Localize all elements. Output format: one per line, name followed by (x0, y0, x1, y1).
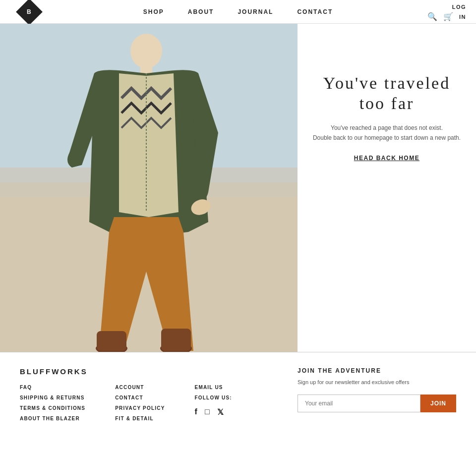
footer-col-2: ACCOUNT CONTACT PRIVACY POLICY FIT & DET… (115, 385, 165, 426)
error-title: You've traveled too far (307, 73, 466, 114)
nav-about[interactable]: ABOUT (188, 8, 214, 15)
footer-columns: FAQ SHIPPING & RETURNS TERMS & CONDITION… (20, 385, 298, 426)
hero-svg (0, 24, 298, 352)
svg-rect-8 (161, 329, 191, 351)
logo-letter: B (27, 8, 32, 15)
cart-button[interactable]: 🛒 (443, 12, 453, 21)
footer-link-fit[interactable]: FIT & DETAIL (115, 416, 165, 421)
footer-link-terms[interactable]: TERMS & CONDITIONS (20, 405, 85, 411)
facebook-icon[interactable]: f (195, 407, 198, 417)
main-nav: SHOP ABOUT JOURNAL CONTACT (143, 8, 333, 15)
log-in-link[interactable]: LOG (452, 4, 466, 10)
footer-right: JOIN THE ADVENTURE Sign up for our newsl… (298, 367, 456, 426)
nav-journal[interactable]: JOURNAL (238, 8, 273, 15)
search-button[interactable]: 🔍 (427, 12, 437, 21)
footer-link-account[interactable]: ACCOUNT (115, 385, 165, 390)
footer-link-privacy[interactable]: PRIVACY POLICY (115, 405, 165, 411)
cart-icon: 🛒 (443, 12, 453, 21)
nav-shop[interactable]: SHOP (143, 8, 164, 15)
adventure-subtitle: Sign up for our newsletter and exclusive… (298, 378, 456, 387)
logo[interactable]: B (20, 2, 39, 21)
in-label: IN (459, 14, 466, 20)
join-button[interactable]: JOIN (420, 395, 456, 412)
error-subtitle: You've reached a page that does not exis… (313, 123, 461, 143)
head-back-home-link[interactable]: HEAD BACK HOME (354, 155, 419, 162)
adventure-title: JOIN THE ADVENTURE (298, 367, 456, 374)
instagram-icon[interactable]: □ (205, 407, 210, 417)
main-content: You've traveled too far You've reached a… (0, 24, 476, 352)
footer-link-contact[interactable]: CONTACT (115, 395, 165, 400)
footer-link-faq[interactable]: FAQ (20, 385, 85, 390)
footer-brand: BLUFFWORKS (20, 367, 298, 376)
search-icon: 🔍 (427, 12, 437, 21)
footer-link-email-us[interactable]: EMAIL US (195, 385, 232, 390)
footer-link-shipping[interactable]: SHIPPING & RETURNS (20, 395, 85, 400)
footer-col-3: EMAIL US FOLLOW US: f □ 𝕏 (195, 385, 232, 426)
site-header: B SHOP ABOUT JOURNAL CONTACT LOG 🔍 🛒 IN (0, 0, 476, 24)
hero-image (0, 24, 298, 352)
social-links: f □ 𝕏 (195, 407, 232, 422)
site-footer: BLUFFWORKS FAQ SHIPPING & RETURNS TERMS … (0, 352, 476, 441)
svg-rect-6 (97, 331, 126, 351)
header-right: LOG 🔍 🛒 IN (427, 0, 466, 24)
twitter-icon[interactable]: 𝕏 (217, 407, 224, 417)
email-input[interactable] (298, 395, 420, 412)
svg-rect-4 (140, 64, 152, 74)
error-panel: You've traveled too far You've reached a… (298, 24, 476, 352)
footer-left: BLUFFWORKS FAQ SHIPPING & RETURNS TERMS … (20, 367, 298, 426)
svg-point-3 (130, 34, 162, 68)
email-form: JOIN (298, 395, 456, 412)
footer-link-blazer[interactable]: ABOUT THE BLAZER (20, 416, 85, 421)
footer-col-1: FAQ SHIPPING & RETURNS TERMS & CONDITION… (20, 385, 85, 426)
footer-follow-label: FOLLOW US: (195, 395, 232, 400)
nav-contact[interactable]: CONTACT (297, 8, 333, 15)
